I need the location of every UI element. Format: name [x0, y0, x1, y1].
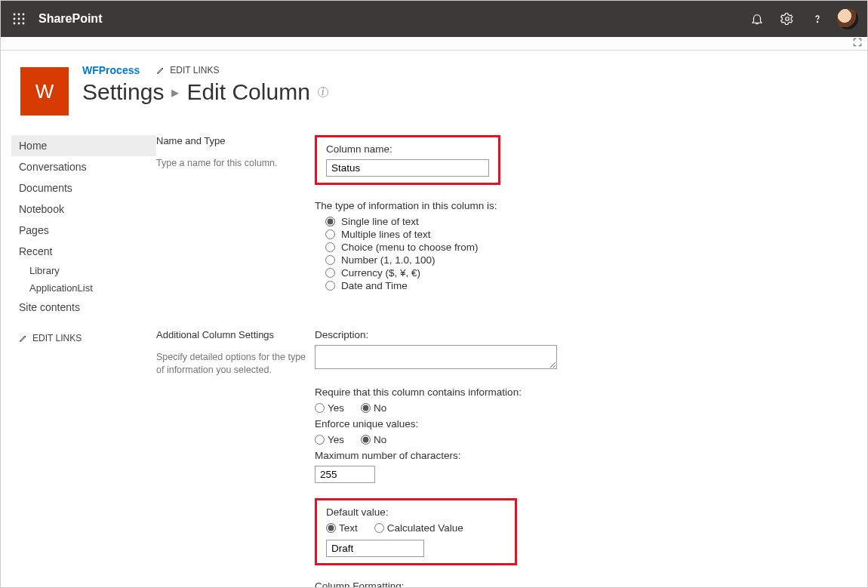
help-icon[interactable]	[802, 4, 833, 34]
site-tile[interactable]: W	[20, 67, 69, 115]
type-single-line-radio[interactable]	[325, 217, 335, 226]
require-no-label: No	[374, 402, 386, 414]
type-opt-2: Choice (menu to choose from)	[341, 242, 479, 253]
enforce-yes-radio[interactable]	[315, 435, 325, 445]
enforce-label: Enforce unique values:	[315, 418, 867, 429]
svg-point-4	[18, 18, 20, 20]
nav-documents[interactable]: Documents	[11, 177, 156, 199]
require-yes-radio[interactable]	[315, 403, 325, 413]
svg-point-0	[14, 14, 16, 16]
page-scroll[interactable]: W WFProcess EDIT LINKS Settings ▸ Edit C…	[1, 51, 867, 587]
gear-icon[interactable]	[772, 4, 802, 34]
type-opt-0: Single line of text	[341, 216, 419, 227]
type-opt-4: Currency ($, ¥, €)	[341, 267, 420, 279]
column-name-label: Column name:	[326, 143, 489, 155]
column-name-input[interactable]	[326, 159, 489, 177]
highlight-default-value: Default value: Text Calculated Value	[315, 498, 517, 565]
svg-point-3	[14, 18, 16, 20]
edit-links-top[interactable]: EDIT LINKS	[156, 65, 219, 75]
nav-conversations[interactable]: Conversations	[11, 156, 156, 177]
nav-recent-library[interactable]: Library	[11, 262, 156, 279]
svg-point-6	[14, 23, 16, 25]
type-choice-radio[interactable]	[325, 242, 335, 252]
enforce-yes-label: Yes	[328, 434, 344, 445]
pencil-icon	[156, 66, 165, 75]
page-title-part1: Settings	[82, 79, 164, 105]
description-label: Description:	[315, 329, 867, 340]
nav-site-contents[interactable]: Site contents	[11, 297, 156, 318]
section1-sub: Type a name for this column.	[156, 157, 307, 170]
site-link[interactable]: WFProcess	[82, 64, 140, 76]
svg-point-5	[23, 18, 25, 20]
type-currency-radio[interactable]	[325, 268, 335, 278]
section1-heading: Name and Type	[156, 135, 307, 146]
enforce-no-radio[interactable]	[361, 435, 371, 445]
svg-point-9	[786, 17, 790, 21]
left-nav: Home Conversations Documents Notebook Pa…	[11, 135, 156, 343]
type-opt-1: Multiple lines of text	[341, 229, 431, 240]
nav-notebook[interactable]: Notebook	[11, 199, 156, 220]
svg-point-7	[18, 23, 20, 25]
enforce-no-label: No	[374, 434, 386, 445]
require-yes-label: Yes	[328, 402, 344, 414]
page-title: Settings ▸ Edit Column i	[82, 79, 328, 105]
default-calc-radio[interactable]	[374, 523, 384, 533]
svg-point-1	[18, 14, 20, 16]
require-no-radio[interactable]	[361, 403, 371, 413]
info-icon[interactable]: i	[318, 87, 328, 97]
description-textarea[interactable]	[315, 345, 557, 369]
section2-heading: Additional Column Settings	[156, 329, 307, 340]
edit-links-label: EDIT LINKS	[170, 65, 219, 75]
focus-content-icon[interactable]	[852, 37, 863, 51]
user-avatar[interactable]	[833, 4, 863, 34]
default-text-label: Text	[339, 522, 358, 534]
brand-label[interactable]: SharePoint	[38, 12, 102, 26]
type-datetime-radio[interactable]	[325, 281, 335, 291]
maxchars-label: Maximum number of characters:	[315, 450, 867, 461]
default-value-input[interactable]	[326, 540, 424, 557]
type-number-radio[interactable]	[325, 255, 335, 265]
nav-recent-applicationlist[interactable]: ApplicationList	[11, 279, 156, 297]
edit-links-left-label: EDIT LINKS	[32, 333, 82, 343]
default-calc-label: Calculated Value	[387, 522, 463, 534]
highlight-column-name: Column name:	[315, 135, 500, 185]
default-text-radio[interactable]	[326, 523, 336, 533]
svg-point-10	[817, 21, 817, 22]
edit-links-left[interactable]: EDIT LINKS	[11, 333, 156, 343]
app-launcher-icon[interactable]	[5, 5, 32, 32]
require-label: Require that this column contains inform…	[315, 386, 867, 398]
nav-home[interactable]: Home	[11, 135, 156, 156]
ribbon-strip	[1, 37, 867, 51]
suite-nav: SharePoint	[1, 1, 867, 37]
maxchars-input[interactable]	[315, 466, 375, 483]
formatting-label: Column Formatting:	[315, 580, 867, 587]
nav-recent[interactable]: Recent	[11, 241, 156, 262]
breadcrumb-sep-icon: ▸	[171, 83, 179, 101]
svg-point-2	[23, 14, 25, 16]
default-label: Default value:	[326, 506, 506, 518]
page-title-part2: Edit Column	[186, 79, 309, 105]
type-options: Single line of text Multiple lines of te…	[315, 216, 867, 291]
notifications-icon[interactable]	[742, 4, 772, 34]
svg-point-8	[23, 23, 25, 25]
type-label: The type of information in this column i…	[315, 200, 867, 211]
nav-pages[interactable]: Pages	[11, 220, 156, 241]
type-opt-5: Date and Time	[341, 280, 408, 291]
section2-sub: Specify detailed options for the type of…	[156, 351, 307, 377]
type-opt-3: Number (1, 1.0, 100)	[341, 254, 436, 266]
pencil-icon	[19, 334, 28, 343]
type-multi-line-radio[interactable]	[325, 229, 335, 239]
